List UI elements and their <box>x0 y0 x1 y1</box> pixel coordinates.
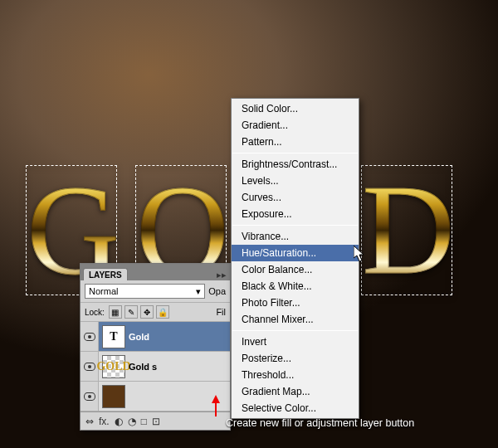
lock-pixels-icon[interactable]: ✎ <box>124 305 138 319</box>
opacity-label: Opa <box>208 286 226 296</box>
blend-mode-select[interactable]: Normal ▾ <box>85 284 205 299</box>
lock-row: Lock: ▦ ✎ ✥ 🔒 Fil <box>81 303 230 322</box>
adjustment-layer-menu: Solid Color...Gradient...Pattern...Brigh… <box>231 98 359 419</box>
layer-row[interactable]: T Gold <box>81 322 230 352</box>
layer-visibility-toggle[interactable] <box>81 322 99 351</box>
tab-layers[interactable]: LAYERS <box>83 268 128 280</box>
layer-row[interactable] <box>81 382 230 411</box>
panel-tabbar: LAYERS ▸▸ <box>81 264 230 280</box>
eye-icon <box>84 333 95 341</box>
menu-item[interactable]: Levels... <box>232 173 359 189</box>
layers-panel: LAYERS ▸▸ Normal ▾ Opa Lock: ▦ ✎ ✥ 🔒 Fil… <box>80 263 231 431</box>
menu-item[interactable]: Color Balance... <box>232 261 359 278</box>
layer-thumbnail[interactable]: GOLD <box>102 355 125 378</box>
menu-item[interactable]: Selective Color... <box>232 400 359 416</box>
layer-thumbnail[interactable] <box>102 385 125 408</box>
layer-visibility-toggle[interactable] <box>81 382 99 411</box>
lock-all-icon[interactable]: 🔒 <box>156 305 169 319</box>
layer-row[interactable]: GOLD Gold s <box>81 352 230 382</box>
layer-name[interactable]: Gold <box>129 332 149 342</box>
panel-collapse-icon[interactable]: ▸▸ <box>217 270 227 280</box>
menu-item[interactable]: Exposure... <box>232 206 359 222</box>
layer-style-icon[interactable]: fx. <box>99 416 110 427</box>
eye-icon <box>84 363 95 371</box>
panel-footer: ⇔ fx. ◐ ◔ □ ⊡ <box>81 411 230 430</box>
menu-item[interactable]: Invert <box>232 334 359 350</box>
layer-name[interactable]: Gold s <box>129 362 157 372</box>
menu-item[interactable]: Gradient Map... <box>232 383 359 400</box>
menu-separator <box>232 225 358 226</box>
new-layer-icon[interactable]: ⊡ <box>152 416 160 427</box>
menu-item[interactable]: Curves... <box>232 189 359 206</box>
blend-mode-value: Normal <box>89 286 118 296</box>
blend-mode-row: Normal ▾ Opa <box>81 280 230 303</box>
menu-item[interactable]: Black & White... <box>232 278 359 295</box>
menu-item[interactable]: Pattern... <box>232 134 359 150</box>
menu-separator <box>232 330 358 331</box>
lock-label: Lock: <box>85 308 105 317</box>
link-layers-icon[interactable]: ⇔ <box>85 416 94 427</box>
fill-label: Fil <box>216 307 226 317</box>
menu-item[interactable]: Photo Filter... <box>232 295 359 311</box>
layer-list: T Gold GOLD Gold s <box>81 322 230 411</box>
lock-transparency-icon[interactable]: ▦ <box>109 305 122 319</box>
canvas-letter-d: D <box>362 166 452 295</box>
menu-item[interactable]: Vibrance... <box>232 228 359 245</box>
menu-item[interactable]: Brightness/Contrast... <box>232 156 359 173</box>
callout-text: Create new fill or adjustment layer butt… <box>226 417 414 429</box>
menu-item[interactable]: Threshold... <box>232 367 359 383</box>
menu-item[interactable]: Hue/Saturation... <box>232 245 359 261</box>
menu-item[interactable]: Posterize... <box>232 350 359 367</box>
menu-item[interactable]: Solid Color... <box>232 100 359 117</box>
menu-item[interactable]: Channel Mixer... <box>232 311 359 328</box>
menu-separator <box>232 153 358 153</box>
lock-position-icon[interactable]: ✥ <box>140 305 154 319</box>
chevron-down-icon: ▾ <box>196 286 201 297</box>
layer-mask-icon[interactable]: ◐ <box>115 416 123 427</box>
layer-thumbnail[interactable]: T <box>102 325 125 348</box>
eye-icon <box>84 392 95 401</box>
menu-item[interactable]: Gradient... <box>232 117 359 134</box>
adjustment-layer-icon[interactable]: ◔ <box>128 416 136 427</box>
layer-group-icon[interactable]: □ <box>141 416 147 427</box>
